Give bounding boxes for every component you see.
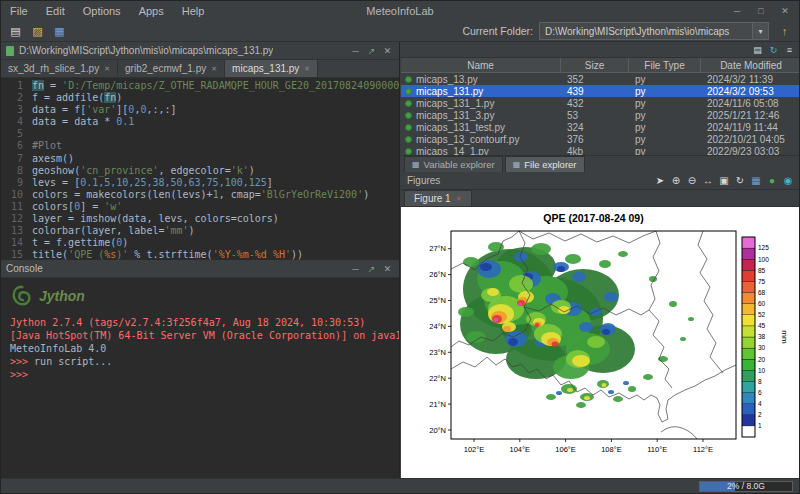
code-line[interactable]: 13colorbar(layer, label='mm') [1,225,399,237]
minimize-icon[interactable]: ─ [725,2,749,19]
tab-close-icon[interactable]: ✕ [211,65,217,73]
editor-tab[interactable]: grib2_ecmwf_1.py✕ [118,60,225,77]
precip-blob [599,260,611,268]
figure-canvas[interactable]: QPE (2017-08-24 09)102°E104°E106°E108°E1… [401,207,800,481]
save-icon[interactable]: ▦ [50,23,69,40]
zoom-out-icon[interactable]: ⊖ [685,175,699,186]
maximize-icon[interactable]: □ [749,2,773,19]
x-tick-label: 108°E [601,445,622,454]
close-icon[interactable]: ✕ [381,263,394,275]
code-text: levs = [0.1,5,10,25,38,50,63,75,100,125] [32,177,273,189]
menu-item-options[interactable]: Options [74,1,130,21]
code-line[interactable]: 6#Plot [1,140,399,152]
code-text: axesm() [32,153,74,165]
menu-item-apps[interactable]: Apps [130,1,173,21]
code-line[interactable]: 5 [1,128,399,140]
figure-tab-label: Figure 1 [414,193,451,204]
code-line[interactable]: 9levs = [0.1,5,10,25,38,50,63,75,100,125… [1,177,399,189]
pan-icon[interactable]: ↔ [701,175,715,186]
console-output[interactable]: Jython Jython 2.7.4 (tags/v2.7.4:3f256f4… [1,278,399,481]
x-tick-label: 112°E [693,445,713,454]
code-line[interactable]: 15title('QPE (%s)' % t.strftime('%Y-%m-%… [1,249,399,260]
colorbar-tick-label: 100 [758,256,769,263]
colorbar-tick-label: 8 [758,378,762,385]
precip-blob [531,243,551,255]
column-header-size[interactable]: Size [561,58,629,72]
file-row[interactable]: micaps_14_1.py4kbpy2022/9/23 03:03 [401,145,800,155]
float-icon[interactable]: ↗ [365,45,378,57]
code-token: %H [273,249,285,260]
figures-header: Figures ➤⊕⊖↔▣↻▦●◉ [401,172,800,190]
code-line[interactable]: 12layer = imshow(data, levs, colors=colo… [1,213,399,225]
code-line[interactable]: 3data = f['var'][0,0,:,:] [1,104,399,116]
menu-item-help[interactable]: Help [173,1,214,21]
code-line[interactable]: 4data = data * 0.1 [1,116,399,128]
colorbar-segment [742,281,755,292]
code-line[interactable]: 2f = addfile(fn) [1,92,399,104]
save-figure-icon[interactable]: ▦ [749,175,763,186]
editor-tab[interactable]: sx_3d_rh_slice_1.py✕ [1,60,118,77]
figure-tab[interactable]: Figure 1 ✕ [404,190,472,206]
animation-icon[interactable]: ◉ [781,175,795,186]
precip-blob [556,391,562,395]
menu-item-file[interactable]: File [1,1,37,21]
py-file-icon [405,100,412,107]
column-header-date-modified[interactable]: Date Modified [701,58,800,72]
file-row[interactable]: micaps_131_test.py324py2024/11/9 11:44 [401,121,800,133]
float-icon[interactable]: ↗ [365,263,378,275]
code-line[interactable]: 7axesm() [1,153,399,165]
precip-blob [587,336,605,348]
line-number: 9 [1,177,32,189]
current-folder-combobox[interactable]: D:\Working\MIScript\Jython\mis\io\micaps… [539,22,769,40]
tab-close-icon[interactable]: ✕ [304,65,310,73]
file-name: micaps_131_test.py [416,122,505,133]
line-number: 11 [1,201,32,213]
select-cursor-icon[interactable]: ➤ [653,175,667,186]
tab-close-icon[interactable]: ✕ [456,195,462,203]
code-line[interactable]: 14t = f.gettime(0) [1,237,399,249]
close-icon[interactable]: ✕ [773,2,797,19]
code-area[interactable]: 1fn = 'D:/Temp/micaps/Z_OTHE_RADAMQPE_HO… [1,78,399,260]
chevron-down-icon[interactable]: ▾ [752,23,768,39]
new-file-icon[interactable]: ▤ [751,44,764,56]
close-icon[interactable]: ✕ [381,45,394,57]
code-line[interactable]: 8geoshow('cn_province', edgecolor='k') [1,165,399,177]
column-header-name[interactable]: Name [401,58,561,72]
colorbar-tick-label: 6 [758,389,762,396]
colorbar-segment [742,259,755,270]
full-extent-icon[interactable]: ▣ [717,175,731,186]
identify-icon[interactable]: ● [765,175,779,186]
precip-blob [494,318,499,322]
refresh-icon[interactable]: ↻ [767,44,780,56]
menu-icon[interactable]: ≡ [783,44,796,56]
new-file-icon[interactable]: ▤ [6,23,25,40]
column-header-file-type[interactable]: File Type [629,58,701,72]
menu-item-edit[interactable]: Edit [37,1,74,21]
file-name-cell: micaps_131_3.py [401,110,561,121]
console-title: Console [6,263,43,274]
editor-tab[interactable]: micaps_131.py✕ [225,60,318,77]
tab-close-icon[interactable]: ✕ [104,65,110,73]
code-line[interactable]: 1fn = 'D:/Temp/micaps/Z_OTHE_RADAMQPE_HO… [1,80,399,92]
code-line[interactable]: 10colors = makecolors(len(levs)+1, cmap=… [1,189,399,201]
file-row[interactable]: micaps_131.py439py2024/3/2 09:53 [401,85,800,97]
open-folder-icon[interactable]: ▨ [28,23,47,40]
minimize-icon[interactable]: ─ [349,45,362,57]
tab-file-explorer[interactable]: ▦File explorer [505,156,585,172]
code-line[interactable]: 11colors[0] = 'w' [1,201,399,213]
rotate-icon[interactable]: ↻ [733,175,747,186]
editor-panel: D:\Working\MIScript\Jython\mis\io\micaps… [1,42,400,260]
file-row[interactable]: micaps_131_3.py53py2025/1/21 12:46 [401,109,800,121]
minimize-icon[interactable]: ─ [349,263,362,275]
code-token: 0.1 [116,116,134,127]
file-row[interactable]: micaps_131_1.py432py2024/11/6 05:08 [401,97,800,109]
file-row[interactable]: micaps_13_contourf.py376py2022/10/21 04:… [401,133,800,145]
file-row[interactable]: micaps_13.py352py2024/3/2 11:39 [401,73,800,85]
file-name-cell: micaps_131_1.py [401,98,561,109]
folder-up-icon[interactable]: ↑ [775,23,794,40]
zoom-in-icon[interactable]: ⊕ [669,175,683,186]
precip-blob [602,383,607,387]
colorbar-segment [742,326,755,337]
precip-blob [466,331,486,343]
tab-variable-explorer[interactable]: ▦Variable explorer [404,156,503,172]
